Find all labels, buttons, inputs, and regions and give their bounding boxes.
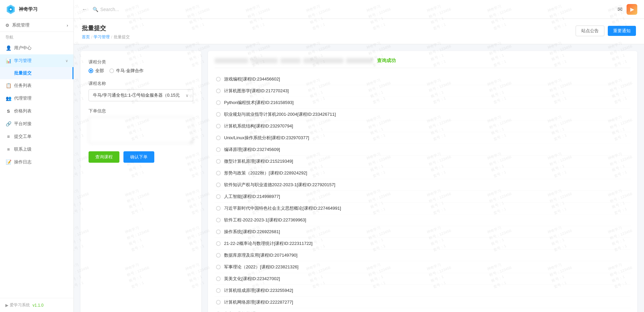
sidebar-item-label: 用户中心	[14, 45, 32, 51]
video-icon[interactable]: ▶	[627, 4, 637, 15]
list-item[interactable]: 职业规划与就业指导计算机2001-2004[课程ID:233426711]	[215, 109, 631, 120]
course-checkbox[interactable]	[216, 159, 221, 164]
list-item[interactable]: 计算机网络原理[课程ID:222287277]	[215, 297, 631, 308]
blur-box-3	[280, 58, 301, 63]
course-list[interactable]: 游戏编程[课程ID:234456602] 计算机图形学[课程ID:2172702…	[215, 73, 631, 312]
back-button[interactable]: ←	[80, 5, 89, 14]
list-item[interactable]: Unix/Linux操作系统分析[课程ID:232970377]	[215, 132, 631, 144]
list-item[interactable]: 习近平新时代中国特色社会主义思想概论[课程ID:227464991]	[215, 203, 631, 214]
course-checkbox[interactable]	[216, 171, 221, 175]
course-name: 微型计算机原理[课程ID:215219349]	[224, 158, 293, 164]
list-item[interactable]: 微型计算机原理[课程ID:215219349]	[215, 156, 631, 167]
course-checkbox[interactable]	[216, 136, 221, 140]
important-notification-button[interactable]: 重要通知	[608, 26, 636, 36]
order-info-form-group: 下单信息	[89, 108, 193, 145]
radio-niuma[interactable]: 牛马·金牌合作	[109, 68, 144, 74]
logo-icon	[5, 4, 16, 15]
course-checkbox[interactable]	[216, 206, 221, 211]
sidebar-item-submit-tool[interactable]: ≡ 提交工单	[0, 130, 73, 143]
category-form-group: 课程分类 全部 牛马·金牌合作	[89, 59, 193, 74]
query-result-header: 查询成功	[215, 58, 631, 68]
breadcrumb-learning[interactable]: 学习管理	[94, 34, 110, 40]
course-name: 软件知识产权与职业道德2022-2023-1[课程ID:227920157]	[224, 182, 335, 188]
course-checkbox[interactable]	[216, 265, 221, 269]
list-item[interactable]: 计算机图形学[课程ID:217270243]	[215, 85, 631, 97]
course-checkbox[interactable]	[216, 218, 221, 222]
list-item[interactable]: 计算机系统结构[课程ID:232970794]	[215, 120, 631, 132]
list-item[interactable]: 军事理论（2022）[课程ID:223821326]	[215, 261, 631, 273]
query-success-badge: 查询成功	[377, 58, 396, 64]
breadcrumb-home[interactable]: 首页	[82, 34, 90, 40]
confirm-order-button[interactable]: 确认下单	[123, 151, 154, 163]
sidebar: 神奇学习 ⚙ 系统管理 › 导航 👤 用户中心 📊 学习管理 ∨ 批量提交 📋	[0, 0, 74, 312]
course-name: Python编程技术[课程ID:216158593]	[224, 100, 293, 106]
sidebar-logo: 神奇学习	[0, 0, 73, 19]
sidebar-item-label: 提交工单	[14, 134, 32, 140]
form-buttons: 查询课程 确认下单	[89, 151, 193, 163]
order-info-textarea[interactable]	[89, 117, 193, 144]
list-item[interactable]: Python编程技术[课程ID:216158593]	[215, 97, 631, 109]
sidebar-item-label: 价格列表	[14, 108, 32, 114]
list-item[interactable]: 软件知识产权与职业道德2022-2023-1[课程ID:227920157]	[215, 179, 631, 191]
tool-icon: ≡	[5, 134, 11, 140]
course-name: 软件工程-2022-2023-1[课程ID:227369963]	[224, 217, 306, 223]
course-name: 职业规划与就业指导计算机2001-2004[课程ID:233426711]	[224, 111, 336, 117]
course-checkbox[interactable]	[216, 194, 221, 199]
station-announcement-button[interactable]: 站点公告	[576, 25, 604, 36]
list-item[interactable]: 人工智能[课程ID:214998977]	[215, 191, 631, 203]
course-name: 英美文化[课程ID:223427002]	[224, 276, 280, 282]
course-checkbox[interactable]	[216, 288, 221, 293]
course-checkbox[interactable]	[216, 147, 221, 152]
list-item[interactable]: 21-22-2概率论与数理统计[课程ID:222311722]	[215, 238, 631, 250]
list-item[interactable]: 计算机组成原理[课程ID:223255942]	[215, 285, 631, 297]
list-item[interactable]: 游戏编程[课程ID:234456602]	[215, 73, 631, 85]
query-course-button[interactable]: 查询课程	[89, 151, 119, 163]
course-checkbox[interactable]	[216, 241, 221, 246]
course-name-label: 课程名称	[89, 81, 193, 87]
search-bar[interactable]: 🔍 Search...	[93, 7, 613, 12]
svg-point-3	[10, 8, 12, 10]
list-item[interactable]: 操作系统[课程ID:226922681]	[215, 226, 631, 238]
course-checkbox[interactable]	[216, 253, 221, 258]
list-item[interactable]: 英美文化[课程ID:223427002]	[215, 273, 631, 285]
sidebar-item-batch-submit[interactable]: 批量提交	[0, 67, 73, 79]
course-name: 游戏编程[课程ID:234456602]	[224, 76, 280, 82]
course-checkbox[interactable]	[216, 229, 221, 234]
blur-box-5	[346, 58, 373, 63]
sidebar-item-contact-superior[interactable]: ≡ 联系上级	[0, 143, 73, 156]
course-name-form-group: 课程名称 牛马/学习通全包1:1-①号铂金服务器（0.15元 ∨	[89, 81, 193, 101]
course-checkbox[interactable]	[216, 112, 221, 117]
page-title: 批量提交	[82, 24, 130, 32]
list-item[interactable]: 数据库原理及应用[课程ID:207149790]	[215, 250, 631, 261]
radio-all-dot	[89, 68, 93, 73]
contact-icon: ≡	[5, 146, 11, 152]
course-checkbox[interactable]	[216, 124, 221, 128]
course-checkbox[interactable]	[216, 183, 221, 187]
radio-all[interactable]: 全部	[89, 68, 104, 74]
search-placeholder: Search...	[100, 7, 119, 12]
list-item[interactable]: 软件工程-2022-2023-1[课程ID:227369963]	[215, 214, 631, 226]
course-name-select[interactable]: 牛马/学习通全包1:1-①号铂金服务器（0.15元 ∨	[89, 89, 193, 101]
course-checkbox[interactable]	[216, 300, 221, 305]
sidebar-item-operation-log[interactable]: 📝 操作日志	[0, 156, 73, 168]
list-item[interactable]: 形势与政策（2022秋）[课程ID:228924292]	[215, 167, 631, 179]
course-checkbox[interactable]	[216, 100, 221, 105]
sidebar-item-user-center[interactable]: 👤 用户中心	[0, 42, 73, 54]
course-checkbox[interactable]	[216, 276, 221, 281]
sidebar-item-learning-management[interactable]: 📊 学习管理 ∨	[0, 54, 73, 67]
sidebar-item-price-list[interactable]: S 价格列表	[0, 105, 73, 117]
list-item[interactable]: 编译原理[课程ID:232745609]	[215, 144, 631, 156]
course-checkbox[interactable]	[216, 77, 221, 82]
radio-niuma-dot	[109, 68, 114, 73]
blur-box-4	[303, 58, 343, 63]
sidebar-item-agent-management[interactable]: 👥 代理管理	[0, 92, 73, 105]
system-management-menu[interactable]: ⚙ 系统管理 ›	[0, 19, 73, 32]
sidebar-footer[interactable]: ▶ 爱学习系统 v1.1.0	[0, 298, 73, 312]
sidebar-item-task-list[interactable]: 📋 任务列表	[0, 79, 73, 92]
list-item[interactable]: 电竞职业教学[课程ID:220595491]	[215, 308, 631, 312]
course-name: 编译原理[课程ID:232745609]	[224, 147, 280, 153]
course-checkbox[interactable]	[216, 89, 221, 93]
sidebar-item-platform-connect[interactable]: 🔗 平台对接	[0, 117, 73, 130]
mail-icon[interactable]: ✉	[618, 6, 623, 13]
chevron-right-icon: ›	[67, 23, 68, 28]
